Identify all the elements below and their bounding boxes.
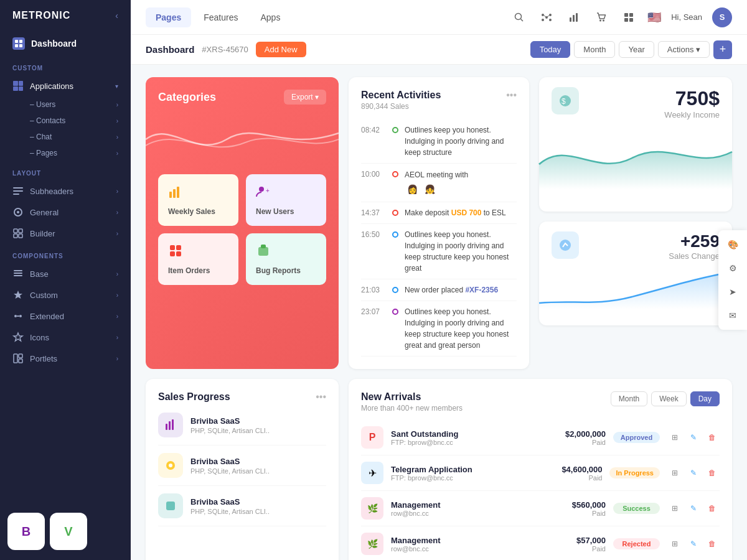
activity-dot-red [392, 171, 398, 177]
svg-rect-21 [19, 354, 22, 358]
categories-wave-chart [146, 114, 339, 164]
sales-item: Briviba SaaS PHP, SQLite, Artisan CLI.. [158, 486, 326, 526]
user-avatar[interactable]: S [712, 7, 732, 27]
item-orders-icon [168, 243, 228, 261]
income-amount: 750$ [664, 87, 720, 110]
sales-icon-2 [158, 453, 183, 478]
sidebar-item-custom[interactable]: Custom › [0, 284, 131, 306]
arrivals-subtitle: More than 400+ new members [361, 404, 463, 413]
bottom-logo-bootstrap[interactable]: B [7, 513, 45, 550]
sales-icon [552, 231, 579, 259]
svg-marker-19 [14, 333, 22, 341]
copy-icon[interactable]: ⊞ [667, 465, 682, 480]
topnav-tabs: Pages Features Apps [146, 7, 290, 27]
arrivals-tab-month[interactable]: Month [611, 391, 647, 406]
tab-apps[interactable]: Apps [251, 7, 291, 27]
delete-icon[interactable]: 🗑 [705, 501, 720, 516]
topnav: Pages Features Apps 🇺🇸 Hi, Sean S [131, 0, 747, 35]
tab-features[interactable]: Features [194, 7, 248, 27]
network-icon[interactable] [538, 9, 555, 26]
float-send-icon[interactable]: ➤ [723, 282, 742, 301]
floating-right-panel: 🎨 ⚙ ➤ ✉ [718, 230, 747, 330]
category-bug-reports[interactable]: Bug Reports [246, 233, 326, 285]
svg-line-30 [544, 16, 546, 17]
svg-rect-20 [14, 354, 17, 363]
sidebar-subitem-users[interactable]: – Users › [0, 96, 131, 113]
period-today-button[interactable]: Today [530, 41, 571, 58]
icons-icon [12, 332, 24, 343]
edit-icon[interactable]: ✎ [686, 465, 701, 480]
activity-dot-green [392, 127, 398, 133]
new-arrivals-card: New Arrivals More than 400+ new members … [349, 379, 732, 560]
category-new-users[interactable]: + New Users [246, 174, 326, 226]
arrivals-icon-4: 🌿 [361, 533, 383, 555]
extended-icon [12, 310, 24, 322]
tab-pages[interactable]: Pages [146, 7, 191, 27]
sidebar-collapse-icon[interactable]: ‹ [115, 11, 118, 21]
sidebar-item-general[interactable]: General › [0, 202, 131, 223]
sidebar-subitem-pages[interactable]: – Pages › [0, 145, 131, 161]
sidebar-item-extended[interactable]: Extended › [0, 306, 131, 327]
float-settings-icon[interactable]: ⚙ [723, 259, 742, 278]
svg-rect-12 [19, 234, 22, 238]
portlets-icon [12, 353, 24, 364]
edit-icon[interactable]: ✎ [686, 501, 701, 516]
edit-icon[interactable]: ✎ [686, 536, 701, 551]
activity-list: 08:42 Outlines keep you honest. Indulgin… [361, 119, 517, 357]
svg-rect-2 [15, 44, 18, 47]
flag-icon[interactable]: 🇺🇸 [647, 11, 661, 24]
svg-point-29 [549, 19, 552, 21]
search-icon[interactable] [510, 9, 528, 26]
copy-icon[interactable]: ⊞ [667, 536, 682, 551]
cart-icon[interactable] [593, 9, 610, 26]
chart-icon[interactable] [565, 9, 583, 26]
activities-more-icon[interactable]: ••• [506, 90, 517, 101]
sidebar-item-applications[interactable]: Applications ▾ [0, 75, 131, 96]
sidebar-item-icons[interactable]: Icons › [0, 327, 131, 348]
sidebar-item-subheaders[interactable]: Subheaders › [0, 180, 131, 202]
arrivals-tab-week[interactable]: Week [651, 391, 686, 406]
delete-icon[interactable]: 🗑 [705, 536, 720, 551]
grid-icon[interactable] [620, 9, 637, 26]
copy-icon[interactable]: ⊞ [667, 430, 682, 445]
svg-rect-5 [13, 190, 23, 192]
svg-rect-57 [172, 419, 174, 430]
category-weekly-sales[interactable]: Weekly Sales [158, 174, 238, 226]
page-title: Dashboard [146, 44, 194, 55]
edit-icon[interactable]: ✎ [686, 430, 701, 445]
subheaders-icon [12, 185, 24, 197]
add-new-button[interactable]: Add New [256, 42, 306, 57]
category-item-orders[interactable]: Item Orders [158, 233, 238, 285]
sidebar-dashboard-item[interactable]: Dashboard [0, 31, 131, 56]
period-month-button[interactable]: Month [574, 41, 615, 58]
categories-title: Categories [158, 91, 216, 104]
arrivals-table: P Sant Outstanding FTP: bprow@bnc.cc $2,… [361, 420, 720, 560]
arrivals-tab-day[interactable]: Day [690, 391, 720, 406]
svg-point-16 [14, 315, 17, 317]
sidebar-item-portlets[interactable]: Portlets › [0, 348, 131, 369]
actions-button[interactable]: Actions ▾ [658, 41, 710, 58]
add-widget-button[interactable]: + [713, 40, 732, 59]
sidebar-item-builder[interactable]: Builder › [0, 223, 131, 244]
period-year-button[interactable]: Year [619, 41, 654, 58]
sales-progress-more-icon[interactable]: ••• [316, 391, 326, 403]
copy-icon[interactable]: ⊞ [667, 501, 682, 516]
greeting-text: Hi, Sean [671, 12, 702, 22]
svg-point-35 [599, 19, 601, 21]
sidebar-item-base[interactable]: Base › [0, 263, 131, 284]
svg-rect-4 [13, 187, 23, 189]
sidebar-subitem-chat[interactable]: – Chat › [0, 129, 131, 145]
float-message-icon[interactable]: ✉ [723, 306, 742, 325]
svg-rect-13 [14, 273, 22, 274]
activity-dot-purple [392, 309, 398, 315]
bottom-logo-vue[interactable]: V [50, 513, 87, 550]
status-badge-progress: In Progress [609, 467, 660, 478]
delete-icon[interactable]: 🗑 [705, 465, 720, 480]
delete-icon[interactable]: 🗑 [705, 430, 720, 445]
sidebar-subitem-contacts[interactable]: – Contacts › [0, 113, 131, 129]
avatar-1: 👩 [405, 182, 420, 197]
svg-point-59 [169, 464, 172, 467]
export-button[interactable]: Export ▾ [284, 90, 326, 105]
brand-name: METRONIC [12, 10, 70, 21]
float-palette-icon[interactable]: 🎨 [723, 235, 742, 254]
